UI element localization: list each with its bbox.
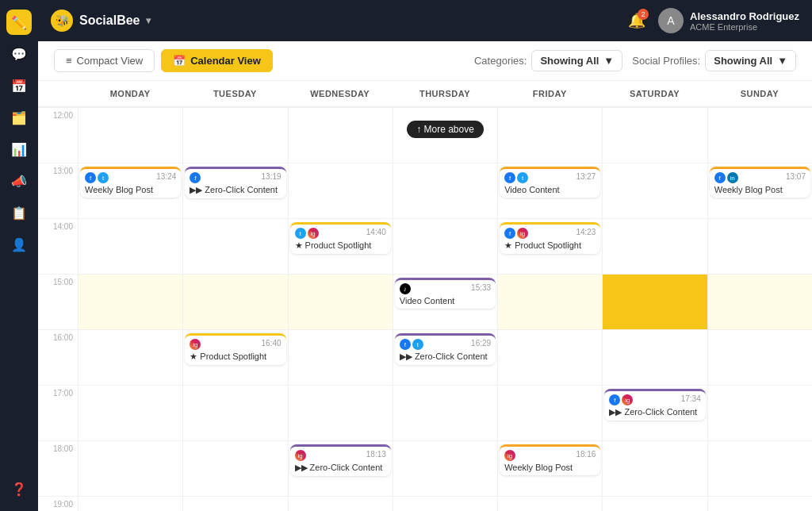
- cell-tue-1600: 16:40 ig ★ Product Spotlight: [182, 329, 287, 385]
- social-profiles-filter-value: Showing All: [714, 55, 772, 67]
- time-label-1900: 19:00: [38, 496, 78, 511]
- sidebar-item-calendar[interactable]: 📅: [6, 73, 32, 98]
- cell-tue-1700: [182, 385, 287, 440]
- event-title: Video Content: [504, 185, 596, 194]
- cell-sun-1200: [707, 107, 812, 163]
- cell-sun-1700: [707, 385, 812, 440]
- event-video-content-fri[interactable]: 13:27 f t Video Content: [500, 167, 600, 198]
- app-header: 🐝 SocialBee ▾ 🔔 2 A Alessandro Rodriguez: [38, 0, 812, 41]
- view-switcher: ≡ Compact View 📅 Calendar View: [54, 49, 273, 72]
- cell-fri-1500: [497, 274, 602, 329]
- header-dropdown[interactable]: ▾: [146, 15, 151, 26]
- twitter-icon: t: [98, 172, 109, 183]
- header-right: 🔔 2 A Alessandro Rodriguez ACME Enterpri…: [628, 8, 799, 33]
- facebook-icon: f: [400, 339, 411, 350]
- user-company: ACME Enterprise: [690, 22, 799, 32]
- app-name: SocialBee: [79, 13, 140, 28]
- sidebar-item-messages[interactable]: 💬: [6, 41, 32, 67]
- calendar-view-icon: 📅: [173, 55, 186, 67]
- cell-fri-1200: [497, 107, 602, 163]
- social-profiles-filter-label: Social Profiles:: [632, 55, 700, 67]
- event-time: 17:34: [681, 394, 701, 403]
- cell-wed-1300: [288, 163, 393, 218]
- event-title: Weekly Blog Post: [714, 185, 806, 194]
- calendar-body: 12:00 ↑ More above 13:00 13:24: [38, 107, 812, 511]
- social-profiles-dropdown[interactable]: Showing All ▼: [705, 50, 796, 71]
- cell-wed-1800: 18:13 ig ▶▶ Zero-Click Content: [288, 440, 393, 496]
- event-time: 16:40: [262, 339, 282, 348]
- event-weekly-blog-mon[interactable]: 13:24 f t Weekly Blog Post: [80, 167, 181, 198]
- cell-thu-1700: [393, 385, 497, 440]
- avatar-initial: A: [667, 14, 674, 27]
- cell-sat-1900: [602, 496, 707, 511]
- sidebar-item-analytics[interactable]: 📊: [6, 136, 32, 162]
- categories-filter-value: Showing All: [540, 55, 599, 67]
- day-header-monday: MONDAY: [78, 81, 182, 106]
- filter-controls: Categories: Showing All ▼ Social Profile…: [474, 50, 796, 71]
- user-info: A Alessandro Rodriguez ACME Enterprise: [658, 8, 799, 33]
- event-time: 13:07: [786, 172, 806, 181]
- user-details: Alessandro Rodriguez ACME Enterprise: [690, 10, 799, 32]
- sidebar-item-profile[interactable]: 👤: [6, 232, 32, 257]
- event-zero-click-thu[interactable]: 16:29 f t ▶▶ Zero-Click Content: [395, 333, 496, 365]
- cell-fri-1900: [497, 496, 602, 511]
- instagram-icon: ig: [308, 228, 319, 239]
- cell-sat-1800: [602, 440, 707, 496]
- sidebar-item-help[interactable]: ❓: [6, 476, 32, 501]
- event-zero-click-tue[interactable]: 13:19 f ▶▶ Zero-Click Content: [185, 167, 285, 198]
- event-video-content-thu[interactable]: 15:33 ♪ Video Content: [395, 278, 496, 309]
- event-title: ★ Product Spotlight: [190, 352, 281, 362]
- cell-wed-1400: 14:40 t ig ★ Product Spotlight: [288, 218, 393, 274]
- event-title: Video Content: [400, 296, 491, 305]
- event-time: 14:40: [366, 228, 386, 236]
- event-title: Weekly Blog Post: [85, 185, 176, 194]
- cell-sat-1700: 17:34 f ig ▶▶ Zero-Click Content: [602, 385, 707, 440]
- calendar-view-button[interactable]: 📅 Calendar View: [161, 49, 273, 72]
- event-zero-click-sat[interactable]: 17:34 f ig ▶▶ Zero-Click Content: [604, 389, 705, 421]
- cell-mon-1400: [78, 218, 182, 274]
- time-gutter-header: [38, 81, 78, 106]
- sidebar: ✏️ 💬 📅 🗂️ 📊 📣 📋 👤 ❓: [0, 0, 38, 511]
- cell-tue-1800: [182, 440, 287, 496]
- user-name: Alessandro Rodriguez: [690, 10, 799, 22]
- social-profiles-chevron-icon: ▼: [777, 55, 787, 67]
- categories-dropdown[interactable]: Showing All ▼: [531, 50, 622, 71]
- social-profiles-filter: Social Profiles: Showing All ▼: [632, 50, 796, 71]
- day-header-wednesday: WEDNESDAY: [288, 81, 393, 106]
- event-weekly-blog-sun[interactable]: 13:07 f in Weekly Blog Post: [710, 167, 810, 198]
- event-time: 13:24: [156, 172, 176, 181]
- cell-thu-1600: 16:29 f t ▶▶ Zero-Click Content: [393, 329, 497, 385]
- facebook-icon: f: [504, 172, 515, 183]
- cell-sat-1400: [602, 218, 707, 274]
- cell-sun-1600: [707, 329, 812, 385]
- facebook-icon: f: [504, 228, 515, 239]
- day-header-sunday: SUNDAY: [707, 81, 812, 106]
- event-product-spotlight-fri[interactable]: 14:23 f ig ★ Product Spotlight: [500, 222, 600, 254]
- event-time: 18:16: [576, 450, 596, 459]
- sidebar-item-compose[interactable]: ✏️: [6, 10, 32, 35]
- event-product-spotlight-tue[interactable]: 16:40 ig ★ Product Spotlight: [185, 333, 285, 365]
- event-title: ▶▶ Zero-Click Content: [609, 407, 700, 417]
- day-header-friday: FRIDAY: [497, 81, 602, 106]
- app-logo: 🐝 SocialBee ▾: [51, 10, 151, 32]
- time-label-1700: 17:00: [38, 385, 78, 440]
- time-label-1600: 16:00: [38, 329, 78, 385]
- event-zero-click-wed[interactable]: 18:13 ig ▶▶ Zero-Click Content: [290, 444, 391, 476]
- compact-view-icon: ≡: [66, 55, 72, 67]
- event-product-spotlight-wed[interactable]: 14:40 t ig ★ Product Spotlight: [290, 222, 391, 254]
- sidebar-item-categories[interactable]: 🗂️: [6, 105, 32, 130]
- sidebar-item-reports[interactable]: 📋: [6, 200, 32, 225]
- more-above-button[interactable]: ↑ More above: [407, 121, 484, 138]
- event-weekly-blog-fri[interactable]: 18:16 ig Weekly Blog Post: [500, 444, 600, 475]
- facebook-icon: f: [609, 394, 620, 405]
- categories-filter: Categories: Showing All ▼: [474, 50, 622, 71]
- cell-wed-1200: [288, 107, 393, 163]
- time-label-1200: 12:00: [38, 107, 78, 163]
- event-title: ▶▶ Zero-Click Content: [190, 185, 281, 195]
- main-content: 🐝 SocialBee ▾ 🔔 2 A Alessandro Rodriguez: [38, 0, 812, 511]
- notification-button[interactable]: 🔔 2: [628, 12, 645, 29]
- sidebar-item-campaigns[interactable]: 📣: [6, 168, 32, 194]
- compact-view-button[interactable]: ≡ Compact View: [54, 49, 155, 72]
- cell-sun-1500: [707, 274, 812, 329]
- cell-sat-1300: [602, 163, 707, 218]
